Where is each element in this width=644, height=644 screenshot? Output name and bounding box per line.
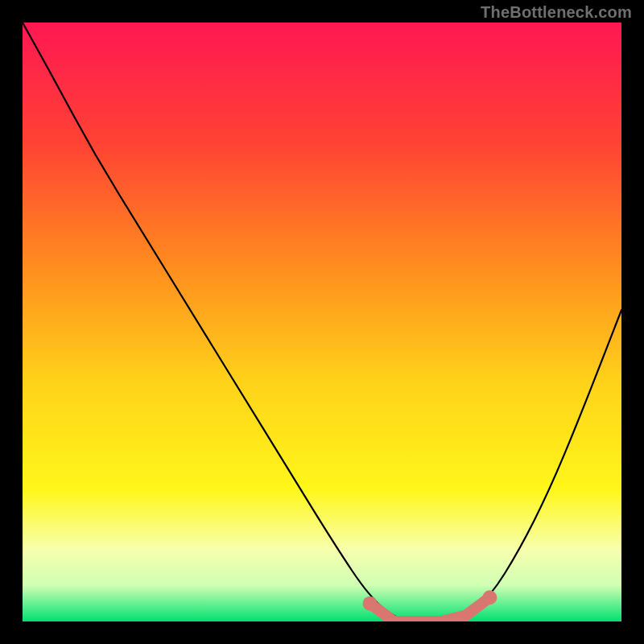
svg-point-1 — [363, 597, 378, 611]
svg-point-2 — [482, 590, 497, 605]
chart-svg — [23, 23, 621, 621]
plot-area — [23, 23, 621, 621]
watermark-text: TheBottleneck.com — [481, 3, 632, 22]
chart-frame: TheBottleneck.com — [0, 0, 644, 644]
bottleneck-curve — [23, 23, 621, 621]
plateau-markers — [370, 597, 490, 621]
